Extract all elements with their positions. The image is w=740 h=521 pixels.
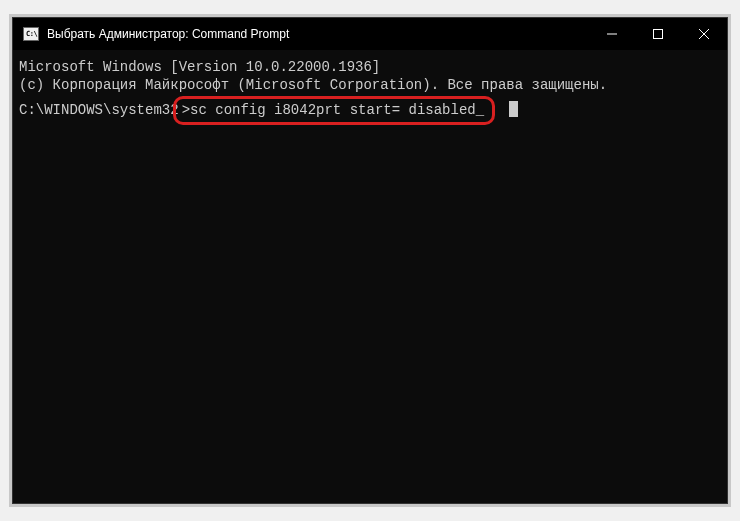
maximize-icon xyxy=(653,29,663,39)
minimize-icon xyxy=(607,29,617,39)
command-prompt-window: C:\ Выбрать Администратор: Command Promp… xyxy=(12,17,728,504)
prompt-line: C:\WINDOWS\system32 >sc config i8042prt … xyxy=(19,96,721,124)
terminal-area[interactable]: Microsoft Windows [Version 10.0.22000.19… xyxy=(13,50,727,503)
block-cursor xyxy=(509,101,518,117)
command-highlight: >sc config i8042prt start= disabled_ xyxy=(173,96,495,124)
prompt-char: > xyxy=(182,102,190,118)
window-controls xyxy=(589,18,727,50)
minimize-button[interactable] xyxy=(589,18,635,50)
cmd-icon-text: C:\ xyxy=(26,30,37,38)
close-button[interactable] xyxy=(681,18,727,50)
text-cursor: _ xyxy=(476,102,484,118)
svg-rect-1 xyxy=(654,30,663,39)
version-line: Microsoft Windows [Version 10.0.22000.19… xyxy=(19,58,721,76)
titlebar[interactable]: C:\ Выбрать Администратор: Command Promp… xyxy=(13,18,727,50)
terminal-content: Microsoft Windows [Version 10.0.22000.19… xyxy=(19,58,721,125)
command-text: sc config i8042prt start= disabled xyxy=(190,102,476,118)
cmd-icon: C:\ xyxy=(23,27,39,41)
window-title: Выбрать Администратор: Command Prompt xyxy=(47,27,589,41)
close-icon xyxy=(699,29,709,39)
maximize-button[interactable] xyxy=(635,18,681,50)
copyright-line: (c) Корпорация Майкрософт (Microsoft Cor… xyxy=(19,76,721,94)
prompt-path: C:\WINDOWS\system32 xyxy=(19,101,179,119)
